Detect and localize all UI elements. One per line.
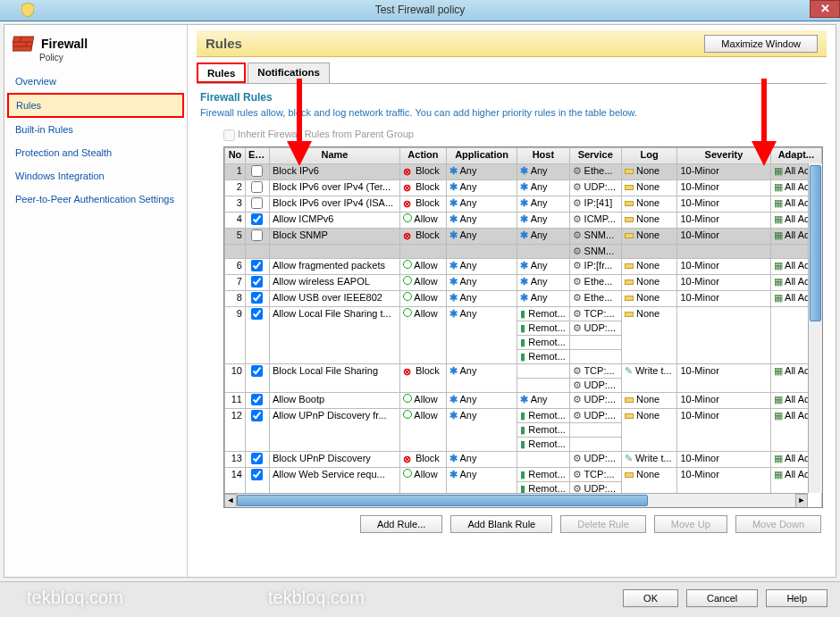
any-icon: ✱ (520, 260, 528, 271)
adapter-icon: ▦ (774, 213, 783, 224)
none-icon (625, 472, 634, 478)
add-blank-rule-button[interactable]: Add Blank Rule (450, 515, 552, 533)
gear-icon: ⚙ (573, 197, 582, 208)
column-service[interactable]: Service (569, 147, 621, 163)
table-row[interactable]: 10Block Local File Sharing⊗Block✱ Any⚙ T… (225, 363, 822, 378)
table-row[interactable]: 5Block SNMP⊗Block✱ Any✱ Any⚙ SNM... None… (225, 228, 822, 244)
enable-checkbox[interactable] (251, 229, 263, 241)
block-icon: ⊗ (403, 198, 414, 209)
none-icon (625, 296, 634, 301)
column-adapt[interactable]: Adapt... (770, 147, 821, 163)
table-row[interactable]: 7Allow wireless EAPOL Allow✱ Any✱ Any⚙ E… (225, 274, 822, 290)
enable-checkbox[interactable] (251, 469, 263, 480)
adapter-icon: ▦ (774, 469, 783, 479)
table-row[interactable]: 1Block IPv6⊗Block✱ Any✱ Any⚙ Ethe... Non… (225, 163, 822, 179)
inherit-checkbox[interactable] (223, 129, 235, 141)
sidebar-item-overview[interactable]: Overview (7, 70, 184, 93)
title-bar: Test Firewall policy ✕ (0, 0, 840, 21)
sidebar-item-protection-and-stealth[interactable]: Protection and Stealth (7, 141, 184, 164)
server-icon: ▮ (520, 438, 525, 449)
enable-checkbox[interactable] (251, 276, 263, 288)
any-icon: ✱ (449, 365, 458, 376)
move-up-button[interactable]: Move Up (654, 515, 727, 533)
server-icon: ▮ (520, 424, 525, 435)
cancel-button[interactable]: Cancel (686, 589, 758, 607)
enable-checkbox[interactable] (251, 308, 263, 320)
any-icon: ✱ (449, 453, 458, 463)
help-button[interactable]: Help (766, 589, 827, 607)
table-row[interactable]: 14Allow Web Service requ... Allow✱ Any▮ … (225, 467, 822, 481)
shield-icon (21, 3, 34, 19)
maximize-button[interactable]: Maximize Window (704, 35, 818, 53)
close-button[interactable]: ✕ (810, 0, 840, 18)
table-row[interactable]: 13Block UPnP Discovery⊗Block✱ Any⚙ UDP:.… (225, 451, 822, 467)
write-icon: ✎ (625, 453, 633, 463)
column-name[interactable]: Name (270, 147, 400, 163)
table-row[interactable]: ⚙ SNM... (225, 244, 822, 258)
write-icon: ✎ (625, 365, 633, 376)
scroll-right-arrow[interactable]: ► (795, 494, 808, 508)
block-icon: ⊗ (403, 454, 414, 464)
table-row[interactable]: 3Block IPv6 over IPv4 (ISA...⊗Block✱ Any… (225, 196, 822, 212)
column-log[interactable]: Log (621, 147, 677, 163)
section-desc: Firewall rules allow, block and log netw… (200, 107, 827, 118)
table-row[interactable]: 9Allow Local File Sharing t... Allow✱ An… (225, 306, 822, 321)
column-host[interactable]: Host (517, 147, 569, 163)
block-icon: ⊗ (403, 230, 414, 241)
table-row[interactable]: 8Allow USB over IEEE802 Allow✱ Any✱ Any⚙… (225, 290, 822, 306)
section-title: Firewall Rules (200, 91, 827, 104)
inherit-label: Inherit Firewall Rules from Parent Group (238, 129, 414, 139)
rule-buttons: Add Rule... Add Blank Rule Delete Rule M… (197, 515, 821, 533)
table-row[interactable]: 11Allow Bootp Allow✱ Any✱ Any⚙ UDP:... N… (225, 392, 822, 408)
gear-icon: ⚙ (573, 165, 582, 176)
column-no[interactable]: No (225, 147, 246, 163)
sidebar-item-peer-to-peer-authentication-settings[interactable]: Peer-to-Peer Authentication Settings (7, 188, 184, 211)
column-en[interactable]: En... (245, 147, 269, 163)
sidebar-item-windows-integration[interactable]: Windows Integration (7, 164, 184, 188)
add-rule-button[interactable]: Add Rule... (360, 515, 442, 533)
vertical-scrollbar[interactable] (808, 163, 822, 493)
enable-checkbox[interactable] (251, 165, 263, 177)
table-row[interactable]: 2Block IPv6 over IPv4 (Ter...⊗Block✱ Any… (225, 179, 822, 196)
delete-rule-button[interactable]: Delete Rule (560, 515, 645, 533)
allow-icon (403, 276, 412, 285)
column-application[interactable]: Application (447, 147, 517, 163)
any-icon: ✱ (449, 181, 458, 192)
any-icon: ✱ (449, 213, 458, 224)
table-row[interactable]: 4Allow ICMPv6 Allow✱ Any✱ Any⚙ ICMP... N… (225, 212, 822, 228)
column-severity[interactable]: Severity (677, 147, 770, 163)
tab-rules[interactable]: Rules (197, 63, 246, 83)
sidebar-item-built-in-rules[interactable]: Built-in Rules (7, 118, 184, 141)
watermark: tekbloq.com (268, 588, 365, 608)
horizontal-scrollbar[interactable]: ◄ ► (224, 493, 808, 507)
enable-checkbox[interactable] (251, 292, 263, 304)
sidebar: Firewall Policy OverviewRulesBuilt-in Ru… (4, 25, 188, 577)
enable-checkbox[interactable] (251, 394, 263, 405)
tab-notifications[interactable]: Notifications (248, 63, 330, 83)
scroll-left-arrow[interactable]: ◄ (224, 494, 237, 508)
firewall-icon (13, 35, 36, 53)
adapter-icon: ▦ (774, 229, 783, 240)
enable-checkbox[interactable] (251, 181, 263, 193)
enable-checkbox[interactable] (251, 453, 263, 464)
content-header: Rules Maximize Window (197, 30, 827, 57)
none-icon (625, 185, 634, 190)
adapter-icon: ▦ (774, 453, 783, 463)
gear-icon: ⚙ (573, 308, 582, 319)
ok-button[interactable]: OK (623, 589, 678, 607)
enable-checkbox[interactable] (251, 197, 263, 209)
enable-checkbox[interactable] (251, 260, 263, 271)
move-down-button[interactable]: Move Down (735, 515, 821, 533)
table-row[interactable]: 12Allow UPnP Discovery fr... Allow✱ Any▮… (225, 408, 822, 422)
allow-icon (403, 394, 412, 403)
sidebar-item-rules[interactable]: Rules (7, 93, 184, 118)
enable-checkbox[interactable] (251, 410, 263, 421)
table-row[interactable]: 6Allow fragmented packets Allow✱ Any✱ An… (225, 258, 822, 274)
enable-checkbox[interactable] (251, 365, 263, 377)
column-action[interactable]: Action (399, 147, 446, 163)
enable-checkbox[interactable] (251, 213, 263, 225)
gear-icon: ⚙ (573, 260, 582, 271)
server-icon: ▮ (520, 308, 525, 319)
scroll-thumb[interactable] (237, 495, 648, 506)
adapter-icon: ▦ (774, 197, 783, 208)
